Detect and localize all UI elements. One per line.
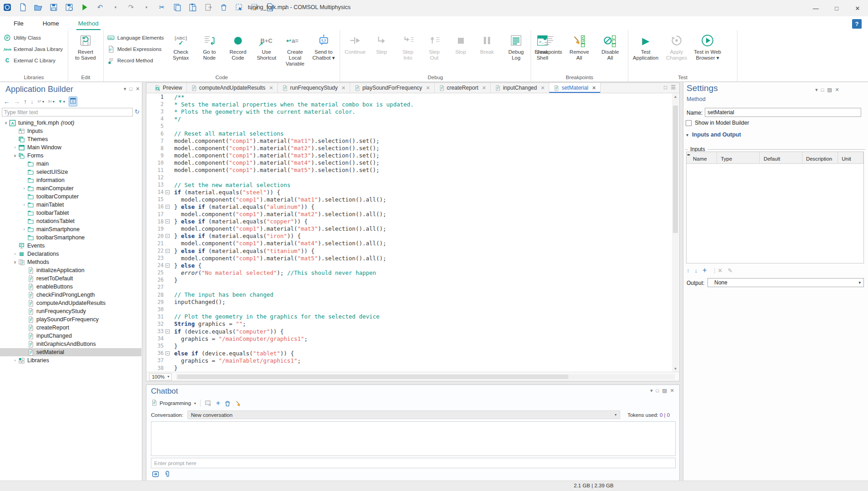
- collapse-icon[interactable]: ▾: [815, 87, 818, 93]
- send-icon[interactable]: [152, 471, 159, 480]
- float-icon[interactable]: □: [130, 86, 133, 92]
- add-input-icon[interactable]: +: [702, 266, 707, 274]
- create-local-variable-button[interactable]: a=↩Create Local Variable: [281, 32, 309, 67]
- tree-item-resettodefault[interactable]: resetToDefault: [0, 274, 141, 283]
- menu-tab-method[interactable]: Method: [76, 18, 100, 29]
- scroll-down-icon[interactable]: ▼: [672, 367, 679, 371]
- back-icon[interactable]: ←: [4, 98, 10, 105]
- open-file-icon[interactable]: [34, 2, 43, 12]
- undo-icon[interactable]: ↶: [95, 2, 105, 12]
- test-in-web-browser-button[interactable]: Test in Web Browser ▾: [692, 32, 723, 61]
- fold-icon[interactable]: −: [164, 190, 171, 194]
- save-as-icon[interactable]: [65, 2, 74, 12]
- tree-item-createreport[interactable]: createReport: [0, 324, 141, 332]
- tree-item-maintablet[interactable]: ›mainTablet: [0, 201, 141, 209]
- language-elements-button[interactable]: ABCLanguage Elements: [107, 34, 164, 42]
- insert-code-icon[interactable]: [205, 400, 212, 407]
- move-down-icon[interactable]: ↓: [30, 98, 34, 105]
- delete-icon[interactable]: [219, 2, 228, 12]
- copy-icon[interactable]: [173, 2, 182, 12]
- fold-icon[interactable]: −: [164, 329, 171, 334]
- collapse-icon[interactable]: ▾: [124, 86, 126, 92]
- maximize-icon[interactable]: □: [826, 0, 847, 16]
- tab-list-icon[interactable]: ☰: [671, 84, 676, 91]
- record-method-button[interactable]: Record Method: [107, 56, 164, 65]
- tree-item-events[interactable]: Events: [0, 242, 141, 250]
- close-icon[interactable]: ✕: [135, 86, 140, 92]
- tree-item-inputchanged[interactable]: inputChanged: [0, 332, 141, 340]
- tree-item-main[interactable]: main: [0, 160, 141, 168]
- close-icon[interactable]: ✕: [670, 388, 674, 394]
- move-down-icon[interactable]: ↓: [695, 267, 698, 274]
- new-file-icon[interactable]: [18, 2, 27, 12]
- breakpoints-button[interactable]: Breakpoints: [533, 32, 564, 55]
- clear-conversation-icon[interactable]: [235, 400, 242, 407]
- tree-item-setmaterial[interactable]: setMaterial: [0, 348, 141, 356]
- chevron-down-icon[interactable]: ∨: [13, 153, 17, 158]
- tree-item-libraries[interactable]: ›Libraries: [0, 356, 141, 364]
- tree-item-toolbartablet[interactable]: toolbarTablet: [0, 209, 141, 217]
- move-up-icon[interactable]: ↑: [24, 98, 27, 105]
- toggle-editor-icon[interactable]: [69, 96, 77, 106]
- help-button[interactable]: ?: [852, 19, 862, 29]
- tree-item-checkfindpronglength[interactable]: checkFindProngLength: [0, 291, 141, 299]
- redo-icon[interactable]: ↷: [126, 2, 135, 12]
- paste-icon[interactable]: [188, 2, 197, 12]
- pin-icon[interactable]: ▨: [827, 87, 832, 93]
- close-tab-icon[interactable]: ✕: [482, 85, 486, 91]
- model-expressions-button[interactable]: a=Model Expressions: [107, 45, 164, 53]
- pin-icon[interactable]: ▨: [662, 388, 667, 394]
- horizontal-scrollbar[interactable]: [176, 374, 675, 380]
- tree-item-initializeapplication[interactable]: initializeApplication: [0, 266, 141, 274]
- menu-tab-file[interactable]: File: [12, 18, 25, 29]
- tree-item-information[interactable]: information: [0, 176, 141, 184]
- go-to-node-button[interactable]: Go to Node: [195, 32, 224, 61]
- external-c-library-button[interactable]: CExternal C Library: [4, 56, 63, 65]
- scroll-up-icon[interactable]: ▲: [672, 95, 679, 99]
- output-select[interactable]: None ▾: [707, 278, 864, 287]
- tree-item-runfrequencystudy[interactable]: runFrequencyStudy: [0, 307, 141, 315]
- move-up-icon[interactable]: ↑: [687, 267, 690, 274]
- new-conversation-icon[interactable]: +: [216, 399, 220, 407]
- edit-table-icon[interactable]: ✎: [728, 267, 733, 274]
- float-editor-icon[interactable]: □: [664, 84, 667, 91]
- remove-all-button[interactable]: Remove All: [564, 32, 595, 61]
- chevron-right-icon[interactable]: ›: [22, 202, 26, 207]
- forward-icon[interactable]: →: [14, 98, 20, 105]
- tree-item-tuning_fork.mph[interactable]: ∨Atuning_fork.mph(root): [0, 119, 141, 127]
- tree-item-methods[interactable]: ∨Methods: [0, 258, 141, 266]
- close-tab-icon[interactable]: ✕: [426, 85, 430, 91]
- test-application-button[interactable]: ▶Test Application: [630, 32, 661, 61]
- fold-icon[interactable]: −: [164, 205, 171, 209]
- run-icon[interactable]: [80, 2, 89, 12]
- tree-item-enablebuttons[interactable]: enableButtons: [0, 283, 141, 291]
- conversation-select[interactable]: New conversation ▾: [187, 410, 620, 419]
- tree-item-initgraphicsandbuttons[interactable]: initGraphicsAndButtons: [0, 340, 141, 348]
- paste-special-icon[interactable]: [204, 2, 213, 12]
- chevron-right-icon[interactable]: ›: [13, 358, 17, 363]
- app-logo-icon[interactable]: [3, 2, 12, 12]
- show-in-model-builder-checkbox[interactable]: [686, 120, 692, 126]
- tree-item-forms[interactable]: ∨Forms: [0, 152, 141, 160]
- name-field[interactable]: [705, 108, 861, 117]
- tree-item-toolbarsmartphone[interactable]: toolbarSmartphone: [0, 233, 141, 242]
- collapse-icon[interactable]: ▾: [650, 388, 653, 394]
- chatbot-mode-dropdown[interactable]: Programming ▾: [151, 400, 196, 407]
- editor-tab-playSoundForFrequency[interactable]: playSoundForFrequency✕: [350, 83, 435, 93]
- debug-log-button[interactable]: Debug Log: [503, 32, 529, 61]
- disable-all-button[interactable]: Disable All: [595, 32, 626, 61]
- close-icon[interactable]: ✕: [835, 87, 839, 93]
- record-code-button[interactable]: Record Code: [224, 32, 252, 61]
- external-java-library-button[interactable]: JavaExternal Java Library: [4, 45, 63, 53]
- editor-tab-createReport[interactable]: createReport✕: [435, 83, 491, 93]
- code-area[interactable]: 1/**2* Sets the material properties when…: [146, 93, 672, 372]
- tree-item-mainsmartphone[interactable]: ›mainSmartphone: [0, 225, 141, 233]
- tree-item-main window[interactable]: ›Main Window: [0, 143, 141, 152]
- redo-caret-icon[interactable]: ▾: [142, 2, 151, 12]
- inputs-and-output-section[interactable]: ▾ Inputs and Output: [686, 132, 741, 138]
- select-box-icon[interactable]: [235, 2, 244, 12]
- close-icon[interactable]: ✕: [847, 0, 868, 16]
- expand-dropdown-icon[interactable]: ▾: [48, 98, 55, 105]
- check-syntax-button[interactable]: [ABC]✓Check Syntax: [166, 32, 195, 61]
- tree-item-declarations[interactable]: ›Declarations: [0, 250, 141, 258]
